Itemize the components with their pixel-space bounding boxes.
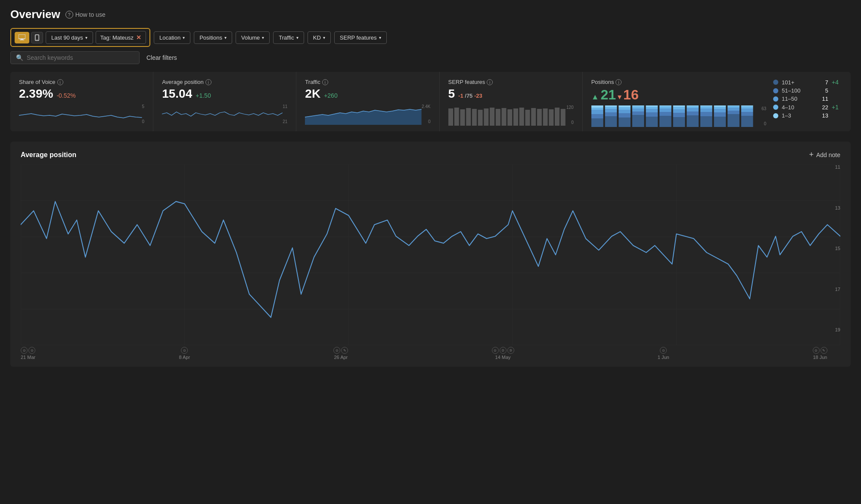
note-icon[interactable]: ⊙ <box>660 347 667 354</box>
svg-rect-79 <box>727 106 740 108</box>
svg-rect-85 <box>741 105 753 106</box>
svg-rect-47 <box>646 112 658 117</box>
svg-rect-16 <box>507 109 512 126</box>
how-to-use-link[interactable]: ? How to use <box>65 11 106 19</box>
axis-icons-18jun: ⊙ ✎ <box>813 347 827 354</box>
axis-item-21mar: ⊙ ⊙ 21 Mar <box>21 347 35 360</box>
svg-rect-63 <box>687 108 699 111</box>
sov-scale: 5 0 <box>142 103 145 125</box>
info-icon-positions[interactable]: i <box>615 79 622 85</box>
svg-rect-43 <box>632 108 644 111</box>
note-icon-2[interactable]: ② <box>500 347 507 354</box>
avgpos-mini-chart <box>162 103 283 125</box>
serp-mini-chart <box>448 104 566 126</box>
serp-features-card: SERP features i 5 -1 /75 -23 <box>440 72 583 131</box>
stat-label-sov: Share of Voice i <box>19 79 144 85</box>
note-icon[interactable]: ⊙ <box>333 347 340 354</box>
axis-icons-14may: ⊙ ② ③ <box>492 347 514 354</box>
legend-row-4: 4–10 22 +1 <box>773 104 842 111</box>
traffic-filter-btn[interactable]: Traffic ▾ <box>273 31 304 44</box>
stat-label-positions: Positions i <box>591 79 766 85</box>
info-icon-sov[interactable]: i <box>57 79 63 85</box>
note-icon[interactable]: ⊙ <box>21 347 28 354</box>
avg-position-chart-svg <box>21 164 840 345</box>
note-icon[interactable]: ⊙ <box>813 347 820 354</box>
search-bar-row: 🔍 Clear filters <box>10 51 851 64</box>
svg-rect-76 <box>727 114 740 127</box>
info-icon-traffic[interactable]: i <box>322 79 328 85</box>
svg-rect-36 <box>619 117 631 127</box>
svg-rect-6 <box>448 108 453 126</box>
axis-item-18jun: ⊙ ✎ 18 Jun <box>813 347 827 360</box>
date-range-btn[interactable]: Last 90 days ▾ <box>46 31 93 44</box>
svg-rect-12 <box>484 108 488 126</box>
serp-features-filter-btn[interactable]: SERP features ▾ <box>334 31 387 44</box>
stat-value-avgpos: 15.04 +1.50 <box>162 87 287 101</box>
axis-icons-21mar: ⊙ ⊙ <box>21 347 35 354</box>
serp-scale: 120 0 <box>566 104 574 126</box>
chart-header: Average position + Add note <box>21 150 840 159</box>
clear-filters-btn[interactable]: Clear filters <box>146 54 177 61</box>
svg-rect-57 <box>673 113 685 117</box>
location-filter-btn[interactable]: Location ▾ <box>154 31 190 44</box>
avg-position-chart-area: 11 13 15 17 19 <box>21 164 840 345</box>
stat-value-sov: 2.39% -0.52% <box>19 87 144 101</box>
note-icon[interactable]: ⊙ <box>28 347 35 354</box>
svg-rect-18 <box>519 108 524 126</box>
svg-rect-64 <box>687 106 699 108</box>
note-icon[interactable]: ⊙ <box>492 347 499 354</box>
chevron-down-icon: ▾ <box>379 35 381 40</box>
add-note-btn[interactable]: + Add note <box>809 150 840 159</box>
svg-rect-40 <box>619 105 631 107</box>
svg-rect-70 <box>700 105 712 106</box>
svg-rect-39 <box>619 107 631 110</box>
mobile-icon <box>35 34 39 41</box>
svg-rect-27 <box>591 114 603 118</box>
chart-title: Average position <box>21 151 76 159</box>
stats-row: Share of Voice i 2.39% -0.52% 5 0 <box>10 72 851 131</box>
svg-rect-82 <box>741 112 753 116</box>
search-input[interactable] <box>27 54 134 61</box>
y-axis-labels: 11 13 15 17 19 <box>827 164 840 332</box>
chevron-down-icon: ▾ <box>85 35 87 40</box>
svg-rect-53 <box>659 108 671 112</box>
desktop-device-btn[interactable] <box>15 32 29 43</box>
svg-rect-22 <box>543 108 547 126</box>
stat-value-traffic: 2K +260 <box>305 87 430 101</box>
tag-filter-btn[interactable]: Tag: Mateusz ✕ <box>96 31 146 44</box>
chevron-down-icon: ▾ <box>296 35 298 40</box>
svg-rect-23 <box>549 109 553 126</box>
device-icons-group <box>15 32 43 43</box>
svg-rect-77 <box>727 111 740 114</box>
info-icon-avgpos[interactable]: i <box>205 79 211 85</box>
svg-rect-74 <box>714 107 726 109</box>
note-pencil-icon[interactable]: ✎ <box>341 347 348 354</box>
note-pencil-icon-2[interactable]: ✎ <box>821 347 827 354</box>
kd-filter-btn[interactable]: KD ▾ <box>308 31 331 44</box>
positions-scale: 63 0 <box>762 105 766 127</box>
svg-rect-62 <box>687 111 699 115</box>
svg-rect-24 <box>555 108 559 126</box>
positions-filter-btn[interactable]: Positions ▾ <box>194 31 232 44</box>
avgpos-scale: 11 21 <box>283 103 287 125</box>
svg-rect-0 <box>19 34 25 39</box>
svg-rect-60 <box>673 105 685 107</box>
svg-rect-19 <box>525 110 530 126</box>
traffic-scale: 2.4K 0 <box>422 103 431 125</box>
axis-item-26apr: ⊙ ✎ 26 Apr <box>333 347 348 360</box>
volume-filter-btn[interactable]: Volume ▾ <box>236 31 270 44</box>
positions-mini-chart <box>591 105 762 127</box>
highlighted-filter-group: Last 90 days ▾ Tag: Mateusz ✕ <box>10 28 150 47</box>
close-tag-icon[interactable]: ✕ <box>136 34 141 41</box>
legend-row-11: 11–50 11 <box>773 96 842 102</box>
note-icon[interactable]: ⊙ <box>181 347 188 354</box>
info-icon-serp[interactable]: i <box>487 79 493 85</box>
svg-rect-7 <box>454 108 459 126</box>
legend-row-1: 1–3 13 <box>773 112 842 119</box>
mobile-device-btn[interactable] <box>31 32 43 43</box>
svg-rect-41 <box>632 115 644 127</box>
svg-rect-14 <box>495 109 500 126</box>
legend-dot-101 <box>773 80 778 85</box>
note-icon-3[interactable]: ③ <box>507 347 514 354</box>
positions-value: ▲ 21 ▾ 16 <box>591 87 766 103</box>
